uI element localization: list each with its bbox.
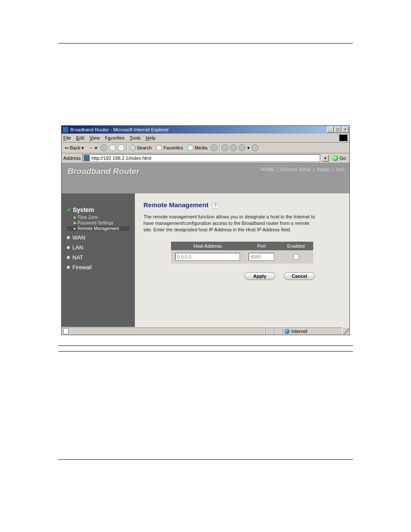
address-dropdown-icon[interactable]: ▼: [322, 155, 329, 162]
banner: Broadband Router HOME | General Setup | …: [62, 163, 349, 193]
mail-icon[interactable]: [221, 144, 228, 151]
history-icon[interactable]: [211, 144, 218, 151]
sidebar-system-label: System: [73, 206, 94, 213]
close-button[interactable]: ×: [342, 127, 349, 133]
link-general-setup[interactable]: General Setup: [280, 167, 311, 172]
ie-icon: [62, 127, 68, 133]
col-host-address: Host Address: [171, 242, 244, 250]
back-button[interactable]: ↤ Back ▾: [63, 145, 85, 151]
edit-icon[interactable]: [239, 144, 246, 151]
link-tool[interactable]: Tool: [336, 167, 344, 172]
toolbar: ↤ Back ▾ → ▾ Search Favorites Media ▾: [62, 143, 349, 153]
sidebar-item-system[interactable]: ✔ System: [67, 206, 130, 213]
link-status[interactable]: Status: [317, 167, 330, 172]
ie-logo-icon: [339, 134, 348, 141]
status-zone: Internet: [282, 327, 342, 335]
status-bar: Internet: [62, 327, 349, 335]
menu-view[interactable]: View: [90, 135, 100, 140]
port-input[interactable]: [249, 253, 274, 261]
menu-tools[interactable]: Tools: [130, 135, 141, 140]
sidebar-item-nat[interactable]: NAT: [67, 254, 130, 261]
home-icon[interactable]: [118, 144, 125, 151]
sidebar-item-remote-management[interactable]: ▶ Remote Management: [67, 226, 130, 231]
menu-favorites[interactable]: Favorites: [105, 135, 124, 140]
sidebar-item-time-zone[interactable]: ▶ Time Zone: [67, 215, 130, 220]
page-description: The remote management function allows yo…: [143, 214, 316, 233]
sidebar-item-firewall[interactable]: Firewall: [67, 264, 130, 271]
bullet-icon: [67, 256, 70, 259]
media-button[interactable]: Media: [186, 144, 209, 151]
remote-management-table: Host Address Port Enabled: [171, 242, 313, 264]
col-port: Port: [244, 242, 279, 250]
quick-links: HOME | General Setup | Status | Tool: [260, 167, 345, 172]
done-icon: [63, 328, 68, 334]
col-enabled: Enabled: [279, 242, 313, 250]
bullet-icon: [67, 246, 70, 249]
maximize-button[interactable]: □: [334, 127, 341, 133]
globe-icon: [284, 329, 290, 334]
host-address-input[interactable]: [175, 253, 240, 261]
apply-button[interactable]: Apply: [244, 272, 275, 280]
sidebar-item-wan[interactable]: WAN: [67, 234, 130, 241]
menu-help[interactable]: Help: [146, 135, 156, 140]
go-arrow-icon: ➜: [332, 155, 338, 161]
page-content: Broadband Router HOME | General Setup | …: [62, 163, 349, 335]
bullet-icon: [67, 266, 70, 269]
titlebar: Broadband Router - Microsoft Internet Ex…: [62, 126, 349, 134]
triangle-icon: ▶: [74, 221, 76, 225]
status-cell: [265, 327, 274, 335]
search-button[interactable]: Search: [128, 144, 153, 151]
sidebar-item-password-settings[interactable]: ▶ Password Settings: [67, 221, 130, 225]
address-bar: Address http://192.168.2.1/index.html ▼ …: [62, 153, 349, 163]
address-field[interactable]: http://192.168.2.1/index.html: [82, 154, 320, 162]
triangle-icon: ▶: [74, 215, 76, 219]
print-icon[interactable]: [230, 144, 237, 151]
menubar: File Edit View Favorites Tools Help: [62, 134, 349, 143]
config-page: Remote Management ? The remote managemen…: [135, 193, 349, 327]
menu-edit[interactable]: Edit: [76, 135, 84, 140]
sidebar: ✔ System ▶ Time Zone ▶ Password Settings…: [62, 193, 135, 327]
sidebar-item-lan[interactable]: LAN: [67, 244, 130, 251]
minimize-button[interactable]: _: [327, 127, 334, 133]
discuss-icon[interactable]: [252, 144, 258, 151]
stop-icon[interactable]: [100, 144, 107, 151]
page-title: Remote Management ?: [143, 201, 341, 208]
window-title: Broadband Router - Microsoft Internet Ex…: [70, 127, 327, 132]
refresh-icon[interactable]: [109, 144, 116, 151]
check-icon: ✔: [67, 207, 71, 213]
browser-window: Broadband Router - Microsoft Internet Ex…: [61, 125, 350, 335]
page-favicon-icon: [84, 155, 90, 161]
forward-button[interactable]: → ▾: [87, 145, 98, 151]
triangle-icon: ▶: [74, 227, 76, 230]
enabled-checkbox[interactable]: [293, 254, 299, 260]
link-home[interactable]: HOME: [261, 167, 275, 172]
address-label: Address: [63, 156, 81, 161]
address-value: http://192.168.2.1/index.html: [91, 156, 151, 161]
cancel-button[interactable]: Cancel: [284, 272, 315, 280]
favorites-button[interactable]: Favorites: [155, 144, 184, 151]
bullet-icon: [67, 236, 70, 239]
go-button[interactable]: ➜ Go: [330, 155, 348, 161]
help-icon[interactable]: ?: [212, 202, 219, 208]
status-cell: [274, 327, 282, 335]
resize-grip-icon[interactable]: [343, 328, 349, 334]
menu-file[interactable]: File: [63, 135, 71, 140]
dropdown-icon[interactable]: ▾: [247, 145, 250, 151]
go-label: Go: [339, 156, 346, 161]
